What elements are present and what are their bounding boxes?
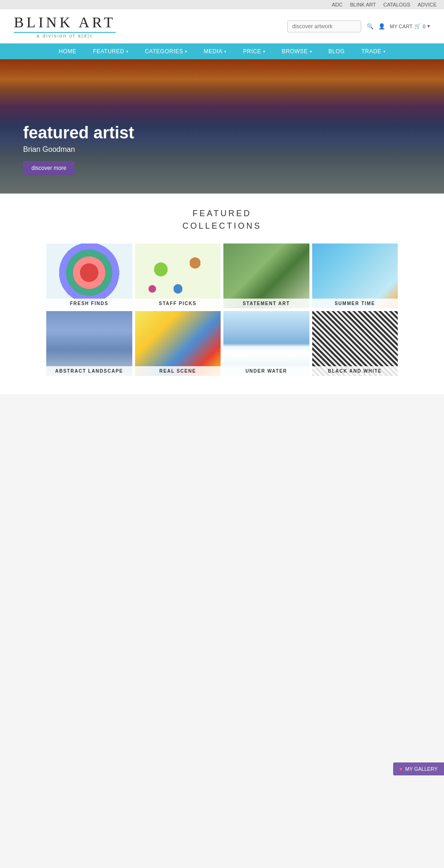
main-nav: HOME FEATURED ▾ CATEGORIES ▾ MEDIA ▾ PRI… (0, 44, 444, 59)
collection-summer-time-label: SUMMER TIME (312, 299, 398, 308)
discover-more-button[interactable]: discover more (23, 161, 74, 175)
search-icon[interactable]: 🔍 (367, 23, 374, 30)
nav-blog[interactable]: BLOG (320, 44, 353, 59)
top-bar: ADC BLINK ART CATALOGS ADVICE (0, 0, 444, 9)
collection-real-scene-label: REAL SCENE (135, 366, 221, 376)
chevron-down-icon: ▾ (310, 50, 312, 54)
hero-subtitle: Brian Goodman (23, 145, 134, 154)
collection-staff-picks[interactable]: STAFF PICKS (135, 244, 221, 308)
nav-media-label: MEDIA (204, 48, 223, 55)
collection-summer-time[interactable]: SUMMER TIME (312, 244, 398, 308)
collection-fresh-finds[interactable]: FRESH FINDS (46, 244, 132, 308)
heart-icon: ♥ (400, 766, 403, 772)
chevron-down-icon: ▾ (263, 50, 265, 54)
cart-dropdown-icon: ▾ (427, 23, 430, 29)
account-icon[interactable]: 👤 (378, 23, 385, 30)
my-gallery-button[interactable]: ♥ MY GALLERY (393, 762, 444, 775)
topbar-adc-link[interactable]: ADC (332, 2, 342, 7)
collection-fresh-finds-label: FRESH FINDS (46, 299, 132, 308)
nav-trade-label: TRADE (361, 48, 381, 55)
topbar-blinkart-link[interactable]: BLINK ART (350, 2, 376, 7)
collection-under-water[interactable]: UNDER WATER (223, 311, 309, 376)
cart-icon: 🛒 (414, 23, 421, 29)
collections-grid: FRESH FINDS STAFF PICKS STATEMENT ART SU… (46, 244, 398, 376)
logo[interactable]: BLINK ART a division of a|d|c (14, 14, 116, 38)
nav-media[interactable]: MEDIA ▾ (196, 44, 235, 59)
nav-trade[interactable]: TRADE ▾ (353, 44, 394, 59)
nav-categories-label: CATEGORIES (145, 48, 183, 55)
collections-section: FEATURED COLLECTIONS FRESH FINDS STAFF P… (0, 194, 444, 394)
section-title: FEATURED COLLECTIONS (14, 207, 430, 232)
header-right: 🔍 👤 MY CART 🛒 0 ▾ (287, 20, 430, 32)
collection-under-water-label: UNDER WATER (223, 366, 309, 376)
hero-title: featured artist (23, 123, 134, 143)
cart-label: MY CART (390, 24, 413, 29)
chevron-down-icon: ▾ (185, 50, 187, 54)
cart-count: 0 (423, 24, 426, 29)
nav-home[interactable]: HOME (50, 44, 85, 59)
nav-browse-label: BROWSE (282, 48, 308, 55)
collection-abstract-landscape-label: ABSTRACT LANDSCAPE (46, 366, 132, 376)
logo-text: BLINK ART (14, 14, 116, 33)
chevron-down-icon: ▾ (126, 50, 129, 54)
cart-area[interactable]: MY CART 🛒 0 ▾ (390, 23, 430, 29)
nav-blog-label: BLOG (328, 48, 345, 55)
topbar-catalogs-link[interactable]: CATALOGS (383, 2, 410, 7)
collection-abstract-landscape[interactable]: ABSTRACT LANDSCAPE (46, 311, 132, 376)
my-gallery-label: MY GALLERY (405, 766, 438, 772)
chevron-down-icon: ▾ (383, 50, 386, 54)
header: BLINK ART a division of a|d|c 🔍 👤 MY CAR… (0, 9, 444, 44)
logo-sub: a division of a|d|c (14, 33, 116, 38)
nav-price[interactable]: PRICE ▾ (235, 44, 274, 59)
nav-featured-label: FEATURED (93, 48, 124, 55)
collection-staff-picks-label: STAFF PICKS (135, 299, 221, 308)
nav-featured[interactable]: FEATURED ▾ (85, 44, 136, 59)
search-input[interactable] (287, 20, 361, 32)
nav-browse[interactable]: BROWSE ▾ (273, 44, 320, 59)
chevron-down-icon: ▾ (224, 50, 227, 54)
nav-categories[interactable]: CATEGORIES ▾ (136, 44, 195, 59)
nav-home-label: HOME (59, 48, 76, 55)
hero-banner: featured artist Brian Goodman discover m… (0, 59, 444, 194)
collection-statement-art-label: STATEMENT ART (223, 299, 309, 308)
collection-black-and-white[interactable]: BLACK AND WHITE (312, 311, 398, 376)
hero-content: featured artist Brian Goodman discover m… (23, 123, 134, 175)
header-icons: 🔍 👤 MY CART 🛒 0 ▾ (367, 23, 430, 30)
collection-statement-art[interactable]: STATEMENT ART (223, 244, 309, 308)
collection-real-scene[interactable]: REAL SCENE (135, 311, 221, 376)
topbar-advice-link[interactable]: ADVICE (418, 2, 437, 7)
nav-price-label: PRICE (243, 48, 261, 55)
collection-black-and-white-label: BLACK AND WHITE (312, 366, 398, 376)
